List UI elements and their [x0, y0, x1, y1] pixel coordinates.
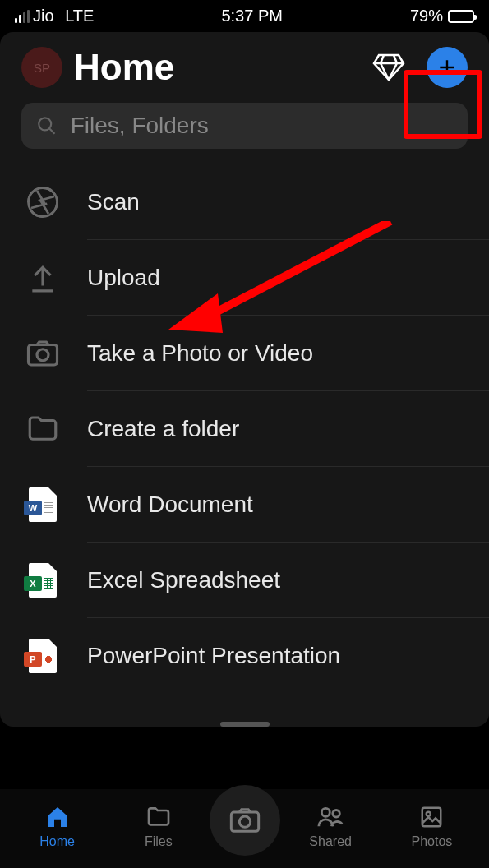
item-label: Excel Spreadsheet	[87, 567, 280, 593]
svg-point-2	[39, 118, 51, 130]
tab-files[interactable]: Files	[108, 803, 209, 849]
add-button[interactable]	[427, 47, 468, 88]
item-label: PowerPoint Presentation	[87, 643, 340, 669]
ppt-item[interactable]: P PowerPoint Presentation	[0, 618, 489, 694]
tab-photos[interactable]: Photos	[381, 803, 482, 849]
search-box[interactable]	[21, 103, 468, 149]
scan-item[interactable]: Scan	[0, 164, 489, 240]
aperture-icon	[25, 184, 61, 220]
header: SP Home	[0, 32, 489, 99]
tab-label: Home	[39, 834, 75, 849]
avatar[interactable]: SP	[21, 47, 62, 88]
network-label: LTE	[65, 7, 94, 25]
take-photo-item[interactable]: Take a Photo or Video	[0, 316, 489, 391]
upload-icon	[25, 260, 61, 296]
status-bar: Jio LTE 5:37 PM 79%	[0, 0, 489, 32]
item-label: Create a folder	[87, 416, 239, 442]
folder-icon	[25, 411, 61, 447]
svg-point-5	[37, 349, 48, 361]
sheet-handle[interactable]	[220, 722, 270, 727]
svg-point-8	[322, 808, 330, 816]
tab-bar: Home Files Shared Photos	[0, 789, 489, 868]
battery-percentage: 79%	[410, 7, 443, 25]
search-icon	[36, 114, 58, 137]
excel-item[interactable]: X Excel Spreadsheet	[0, 542, 489, 618]
search-input[interactable]	[71, 113, 453, 139]
tab-label: Files	[145, 834, 173, 849]
item-label: Upload	[87, 265, 160, 291]
svg-rect-4	[29, 345, 58, 366]
tab-shared[interactable]: Shared	[280, 803, 381, 849]
tab-label: Shared	[309, 834, 352, 849]
battery-icon	[448, 10, 474, 23]
action-list: Scan Upload Take a Photo or Video	[0, 164, 489, 710]
clock: 5:37 PM	[221, 7, 282, 25]
folder-icon	[145, 803, 173, 831]
word-doc-icon: W	[25, 487, 61, 523]
create-folder-item[interactable]: Create a folder	[0, 391, 489, 467]
upload-item[interactable]: Upload	[0, 240, 489, 316]
item-label: Word Document	[87, 492, 253, 518]
item-label: Take a Photo or Video	[87, 340, 313, 367]
tab-home[interactable]: Home	[7, 803, 108, 849]
ppt-doc-icon: P	[25, 638, 61, 674]
svg-rect-10	[422, 808, 441, 827]
svg-point-7	[239, 816, 250, 827]
camera-icon	[25, 335, 61, 372]
camera-icon	[228, 804, 261, 837]
image-icon	[417, 803, 445, 831]
svg-point-9	[333, 810, 340, 818]
page-title: Home	[74, 47, 361, 88]
tab-camera[interactable]	[210, 785, 280, 856]
item-label: Scan	[87, 189, 140, 215]
carrier-label: Jio	[33, 7, 54, 25]
people-icon	[316, 803, 344, 831]
svg-point-11	[427, 812, 431, 816]
home-icon	[44, 803, 72, 831]
premium-icon[interactable]	[372, 51, 405, 84]
tab-label: Photos	[411, 834, 452, 849]
excel-doc-icon: X	[25, 562, 61, 598]
action-sheet: SP Home	[0, 32, 489, 727]
signal-icon	[15, 10, 30, 23]
word-item[interactable]: W Word Document	[0, 467, 489, 542]
